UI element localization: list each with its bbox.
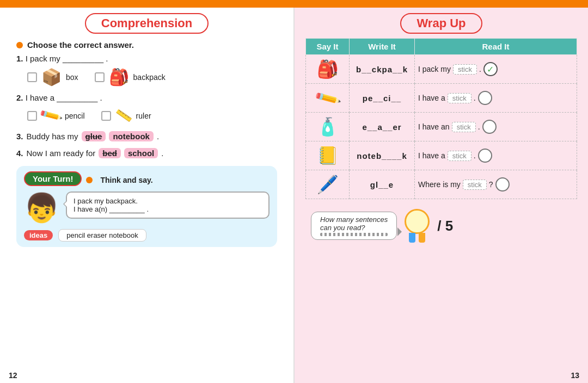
row2-sentence: I have a stick . — [418, 91, 573, 105]
right-panel: Wrap Up Say It Write It Read It 🎒 b__ckp… — [295, 8, 588, 383]
speech-line-1: I pack my backpack. — [74, 197, 262, 205]
col-read-it: Read It — [415, 39, 577, 55]
pencil-icon: ✏️ — [38, 103, 64, 128]
q2-checkbox-pencil[interactable] — [27, 111, 37, 121]
row5-write: gl__e — [350, 170, 415, 199]
award-circle — [405, 209, 430, 234]
row2-prefix: I have a — [418, 94, 445, 102]
q2-label-ruler: ruler — [136, 112, 151, 120]
q1-checkbox-backpack[interactable] — [95, 72, 105, 82]
table-row: 🎒 b__ckpa__k I pack my stick . ✓ — [306, 55, 577, 84]
q1-choice-backpack: 🎒 backpack — [95, 67, 166, 87]
how-many-text: How many sentences can you read? — [320, 215, 388, 232]
row3-sentence: I have an stick . — [418, 120, 573, 134]
left-panel: Comprehension Choose the correct answer.… — [0, 8, 293, 383]
wup-table: Say It Write It Read It 🎒 b__ckpa__k I p… — [305, 38, 577, 199]
how-many-speech: How many sentences can you read? — [311, 212, 397, 240]
q2-num: 2. — [16, 93, 23, 102]
row4-circle[interactable] — [478, 149, 492, 163]
q1-label-backpack: backpack — [133, 73, 166, 82]
page-num-left: 12 — [9, 371, 17, 380]
top-bar — [0, 0, 588, 8]
bottom-row: How many sentences can you read? / 5 — [305, 205, 577, 247]
speech-line-2: I have a(n) _________ . — [74, 205, 262, 213]
q2-label-pencil: pencil — [65, 112, 85, 120]
question-4: 4. Now I am ready for bed school . — [16, 148, 277, 158]
question-3: 3. Buddy has my glue notebook . — [16, 131, 277, 141]
table-row: 🖊️ gl__e Where is my stick ? — [306, 170, 577, 199]
col-write-it: Write It — [350, 39, 415, 55]
q3-word-notebook: notebook — [109, 131, 154, 141]
row5-input[interactable]: stick — [463, 180, 487, 190]
table-row: 🧴 e__a__er I have an stick . — [306, 113, 577, 141]
table-row: ✏️ pe__ci__ I have a stick . — [306, 84, 577, 113]
wrap-up-title-wrap: Wrap Up — [305, 13, 577, 34]
q1-choices: 📦 box 🎒 backpack — [27, 67, 277, 87]
row5-read: Where is my stick ? — [415, 170, 577, 199]
row3-input[interactable]: stick — [452, 122, 476, 132]
orange-dot2-icon — [86, 177, 93, 183]
wrap-up-title: Wrap Up — [400, 13, 482, 34]
row1-input[interactable]: stick — [453, 64, 477, 75]
row4-sentence: I have a stick . — [418, 149, 573, 163]
row2-blank: pe__ci__ — [363, 94, 401, 103]
row5-icon: 🖊️ — [317, 175, 339, 194]
table-row: 📒 noteb____k I have a stick . — [306, 141, 577, 170]
q1-checkbox-box[interactable] — [27, 72, 37, 82]
row1-check[interactable]: ✓ — [483, 62, 498, 76]
q1-choice-box: 📦 box — [27, 67, 78, 87]
row4-read: I have a stick . — [415, 141, 577, 170]
page-num-right: 13 — [571, 371, 579, 380]
kid-icon: 👦 — [24, 192, 59, 225]
yt-body: 👦 I pack my backpack. I have a(n) ______… — [24, 192, 270, 225]
q3-word-glue: glue — [82, 131, 106, 141]
row5-prefix: Where is my — [418, 180, 461, 189]
row1-blank: b__ckpa__k — [356, 65, 408, 74]
row2-write: pe__ci__ — [350, 84, 415, 113]
q3-suffix: . — [157, 132, 159, 141]
row4-input[interactable]: stick — [448, 151, 471, 161]
comprehension-title: Comprehension — [85, 13, 209, 34]
q2-choice-ruler: 📏 ruler — [101, 108, 151, 123]
question-1: 1. I pack my _________ . — [16, 54, 277, 63]
row5-sentence: Where is my stick ? — [418, 177, 573, 192]
q4-word-bed: bed — [99, 148, 121, 158]
row5-circle[interactable] — [495, 177, 510, 192]
row2-say: ✏️ — [306, 84, 350, 113]
row3-blank: e__a__er — [362, 122, 401, 132]
row4-write: noteb____k — [350, 141, 415, 170]
q4-word-school: school — [124, 148, 158, 158]
award-icon — [405, 209, 430, 243]
ideas-row: ideas pencil eraser notebook — [24, 229, 270, 242]
instruction: Choose the correct answer. — [16, 40, 277, 50]
row3-say: 🧴 — [306, 113, 350, 141]
q2-text: I have a _________ . — [26, 93, 102, 102]
row3-write: e__a__er — [350, 113, 415, 141]
row2-circle[interactable] — [478, 91, 492, 105]
q4-suffix: . — [161, 149, 163, 158]
row4-prefix: I have a — [418, 151, 445, 160]
q4-prefix: Now I am ready for — [27, 149, 96, 158]
row1-icon: 🎒 — [317, 59, 339, 79]
q2-choice-pencil: ✏️ pencil — [27, 107, 85, 125]
row1-say: 🎒 — [306, 55, 350, 84]
q2-choices: ✏️ pencil 📏 ruler — [27, 107, 277, 125]
ideas-words: pencil eraser notebook — [58, 229, 146, 242]
your-turn-section: Your Turn! Think and say. 👦 I pack my ba… — [16, 166, 277, 247]
q2-checkbox-ruler[interactable] — [101, 111, 111, 121]
q3-num: 3. — [16, 132, 23, 141]
q1-text: I pack my _________ . — [26, 54, 108, 63]
think-say-text: Think and say. — [100, 176, 152, 184]
row1-sentence: I pack my stick . ✓ — [418, 62, 573, 76]
award-ribbon-tails — [409, 233, 425, 243]
row3-read: I have an stick . — [415, 113, 577, 141]
row4-say: 📒 — [306, 141, 350, 170]
ideas-badge: ideas — [24, 230, 53, 240]
row2-input[interactable]: stick — [448, 93, 471, 103]
out-of-text: / 5 — [437, 218, 453, 234]
row1-read: I pack my stick . ✓ — [415, 55, 577, 84]
row3-circle[interactable] — [482, 120, 497, 134]
speech-bubble: I pack my backpack. I have a(n) ________… — [66, 192, 270, 219]
q1-label-box: box — [66, 73, 78, 82]
section-title-wrap: Comprehension — [16, 13, 277, 34]
